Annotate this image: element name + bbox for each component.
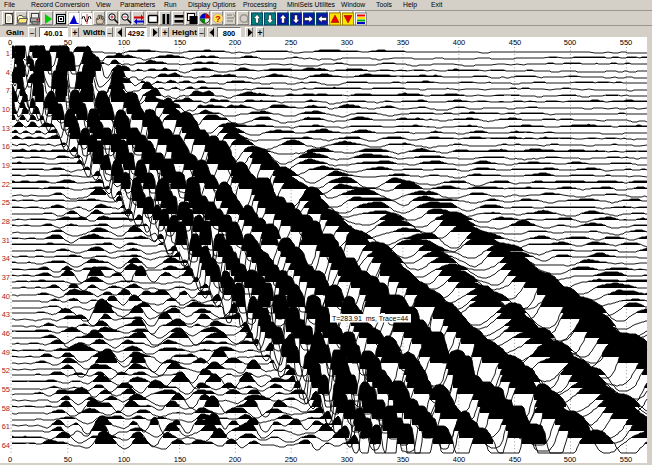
- svg-text:16: 16: [2, 142, 10, 151]
- svg-text:550: 550: [620, 38, 633, 47]
- svg-text:450: 450: [509, 38, 522, 47]
- svg-text:4: 4: [6, 68, 10, 77]
- svg-text:64: 64: [2, 441, 10, 450]
- svg-text:19: 19: [2, 161, 10, 170]
- svg-text:350: 350: [397, 38, 410, 47]
- svg-text:34: 34: [2, 254, 10, 263]
- svg-text:25: 25: [2, 198, 10, 207]
- svg-text:28: 28: [2, 217, 10, 226]
- svg-text:400: 400: [453, 38, 466, 47]
- svg-text:0: 0: [8, 38, 12, 47]
- svg-text:?: ?: [215, 14, 221, 24]
- svg-text:300: 300: [341, 38, 354, 47]
- svg-text:250: 250: [285, 38, 298, 47]
- svg-text:200: 200: [229, 38, 242, 47]
- svg-text:22: 22: [2, 180, 10, 189]
- svg-text:40: 40: [2, 292, 10, 301]
- svg-text:43: 43: [2, 310, 10, 319]
- svg-text:31: 31: [2, 236, 10, 245]
- svg-text:55: 55: [2, 385, 10, 394]
- svg-text:49: 49: [2, 348, 10, 357]
- svg-text:52: 52: [2, 366, 10, 375]
- svg-text:10: 10: [2, 105, 10, 114]
- svg-text:100: 100: [118, 38, 131, 47]
- svg-text:1: 1: [6, 49, 10, 58]
- svg-text:58: 58: [2, 404, 10, 413]
- svg-text:7: 7: [6, 86, 10, 95]
- svg-text:37: 37: [2, 273, 10, 282]
- svg-text:46: 46: [2, 329, 10, 338]
- svg-text:61: 61: [2, 422, 10, 431]
- svg-text:500: 500: [564, 38, 577, 47]
- svg-text:T=283.91 ms, Trace=44: T=283.91 ms, Trace=44: [332, 315, 408, 322]
- svg-text:13: 13: [2, 124, 10, 133]
- svg-text:150: 150: [174, 38, 187, 47]
